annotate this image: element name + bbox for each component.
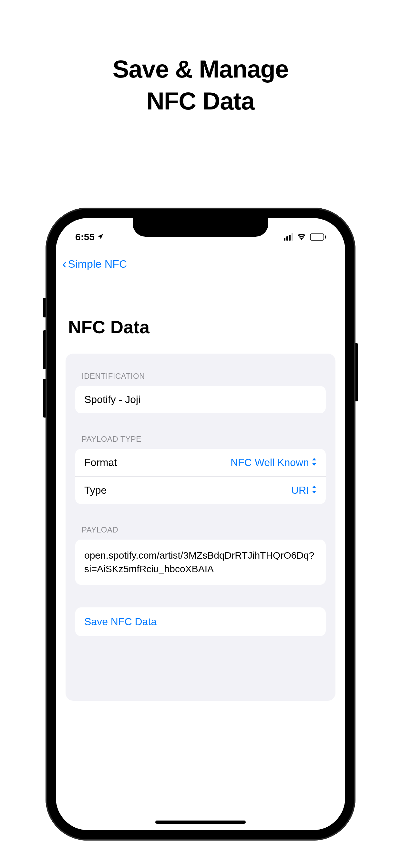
identification-value: Spotify - Joji <box>84 394 141 406</box>
phone-notch <box>133 218 268 237</box>
phone-screen: 6:55 <box>56 218 345 830</box>
identification-card: Spotify - Joji <box>75 386 326 413</box>
payload-card: open.spotify.com/artist/3MZsBdqDrRTJihTH… <box>75 539 326 585</box>
phone-volume-up <box>43 330 45 369</box>
chevron-updown-icon <box>312 458 317 467</box>
type-row[interactable]: Type URI <box>75 476 326 504</box>
phone-mockup: 6:55 <box>45 208 356 841</box>
type-label: Type <box>84 485 106 496</box>
save-nfc-data-button[interactable]: Save NFC Data <box>75 608 326 636</box>
format-row[interactable]: Format NFC Well Known <box>75 449 326 476</box>
identification-row[interactable]: Spotify - Joji <box>75 386 326 413</box>
phone-power-button <box>356 343 358 401</box>
phone-volume-down <box>43 379 45 417</box>
phone-frame: 6:55 <box>45 208 356 841</box>
chevron-left-icon: ‹ <box>62 257 66 271</box>
home-indicator[interactable] <box>155 820 246 824</box>
back-button[interactable]: ‹ Simple NFC <box>62 257 127 271</box>
content-area: IDENTIFICATION Spotify - Joji PAYLOAD TY… <box>66 353 335 701</box>
type-value: URI <box>291 485 309 496</box>
wifi-icon <box>297 232 307 242</box>
payload-type-header: PAYLOAD TYPE <box>75 430 326 449</box>
format-value-selector: NFC Well Known <box>230 457 317 469</box>
phone-mute-switch <box>43 298 45 317</box>
navigation-bar: ‹ Simple NFC <box>56 247 345 278</box>
back-button-label: Simple NFC <box>68 258 127 270</box>
type-value-selector: URI <box>291 485 317 496</box>
status-time: 6:55 <box>75 231 95 243</box>
page-title: NFC Data <box>56 278 345 347</box>
location-icon <box>97 232 104 242</box>
format-value: NFC Well Known <box>230 457 309 469</box>
payload-value[interactable]: open.spotify.com/artist/3MZsBdqDrRTJihTH… <box>75 539 326 585</box>
payload-header: PAYLOAD <box>75 520 326 539</box>
cellular-icon <box>284 233 293 241</box>
headline-line-2: NFC Data <box>147 87 254 115</box>
marketing-headline: Save & Manage NFC Data <box>113 53 289 117</box>
battery-icon <box>310 234 326 241</box>
status-bar-left: 6:55 <box>75 231 104 243</box>
status-bar-right <box>284 232 326 242</box>
headline-line-1: Save & Manage <box>113 55 289 83</box>
identification-header: IDENTIFICATION <box>75 367 326 386</box>
chevron-updown-icon <box>312 486 317 495</box>
payload-type-card: Format NFC Well Known Type URI <box>75 449 326 504</box>
format-label: Format <box>84 457 117 469</box>
